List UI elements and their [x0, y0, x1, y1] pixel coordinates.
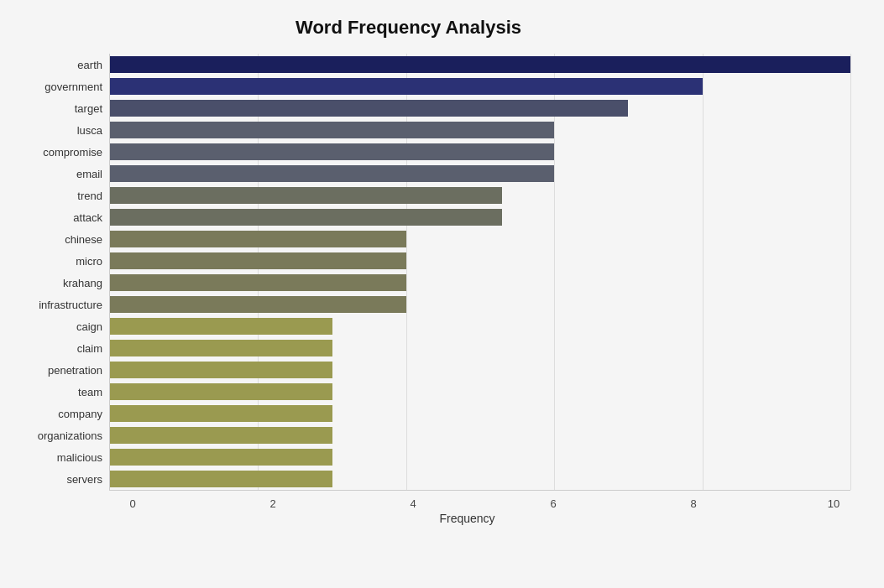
x-axis-title: Frequency — [17, 512, 850, 525]
bar-row — [110, 294, 850, 315]
bar — [110, 187, 502, 204]
y-label: malicious — [57, 447, 102, 469]
y-label: email — [76, 163, 102, 185]
bar-row — [110, 228, 850, 250]
y-label: organizations — [38, 425, 102, 447]
bar-row — [110, 381, 850, 403]
bar — [110, 56, 850, 73]
bars-area — [109, 54, 850, 491]
bar-row — [110, 141, 850, 163]
bar — [110, 449, 332, 466]
bar — [110, 296, 406, 313]
bar-row — [110, 272, 850, 294]
bar-row — [110, 250, 850, 272]
x-tick-label: 10 — [817, 497, 850, 510]
bar — [110, 100, 628, 117]
y-label: target — [75, 97, 102, 119]
bar — [110, 252, 406, 269]
bar — [110, 231, 406, 247]
bar — [110, 122, 554, 138]
x-tick-label: 2 — [256, 497, 290, 510]
bar — [110, 143, 554, 160]
grid-line — [850, 54, 851, 490]
bottom-area: 0246810 Frequency — [17, 492, 850, 525]
bar-row — [110, 468, 850, 490]
x-axis-labels: 0246810 — [17, 492, 850, 510]
y-label: infrastructure — [39, 294, 102, 316]
bar-row — [110, 403, 850, 424]
chart-container: Word Frequency Analysis earthgovernmentt… — [0, 0, 884, 588]
y-label: servers — [66, 469, 102, 491]
chart-inner: earthgovernmenttargetluscacompromiseemai… — [17, 54, 850, 491]
bar — [110, 209, 502, 226]
y-label: micro — [76, 250, 102, 272]
x-tick-label: 6 — [536, 497, 570, 510]
x-tick-label: 0 — [116, 497, 149, 510]
y-label: lusca — [77, 119, 102, 141]
y-label: earth — [77, 54, 102, 75]
bar-row — [110, 163, 850, 185]
y-label: company — [58, 403, 102, 425]
bar — [110, 274, 406, 291]
bar-row — [110, 97, 850, 119]
bar — [110, 383, 332, 400]
bar — [110, 78, 703, 95]
x-tick-label: 4 — [396, 497, 430, 510]
bar — [110, 405, 332, 422]
y-label: caign — [76, 316, 102, 338]
chart-title: Word Frequency Analysis — [17, 17, 850, 39]
y-label: attack — [73, 206, 102, 228]
chart-area: earthgovernmenttargetluscacompromiseemai… — [17, 54, 850, 499]
y-label: claim — [77, 338, 102, 360]
y-label: compromise — [43, 141, 102, 163]
y-label: trend — [77, 185, 102, 206]
y-label: chinese — [65, 228, 102, 250]
bar — [110, 165, 554, 182]
y-label: penetration — [48, 360, 102, 382]
bar-row — [110, 206, 850, 228]
bar-row — [110, 119, 850, 141]
bar — [110, 318, 332, 335]
bar-row — [110, 424, 850, 446]
bar — [110, 340, 332, 356]
bar-row — [110, 337, 850, 359]
y-label: team — [78, 382, 102, 403]
bar-row — [110, 75, 850, 97]
y-label: government — [44, 75, 102, 97]
bar — [110, 471, 332, 487]
bar — [110, 362, 332, 378]
bar-row — [110, 446, 850, 468]
x-tick-label: 8 — [677, 497, 710, 510]
y-axis: earthgovernmenttargetluscacompromiseemai… — [17, 54, 109, 491]
bar-row — [110, 54, 850, 75]
bar-row — [110, 185, 850, 206]
bar-row — [110, 359, 850, 381]
bar — [110, 427, 332, 444]
bar-row — [110, 315, 850, 337]
y-label: krahang — [63, 272, 102, 294]
